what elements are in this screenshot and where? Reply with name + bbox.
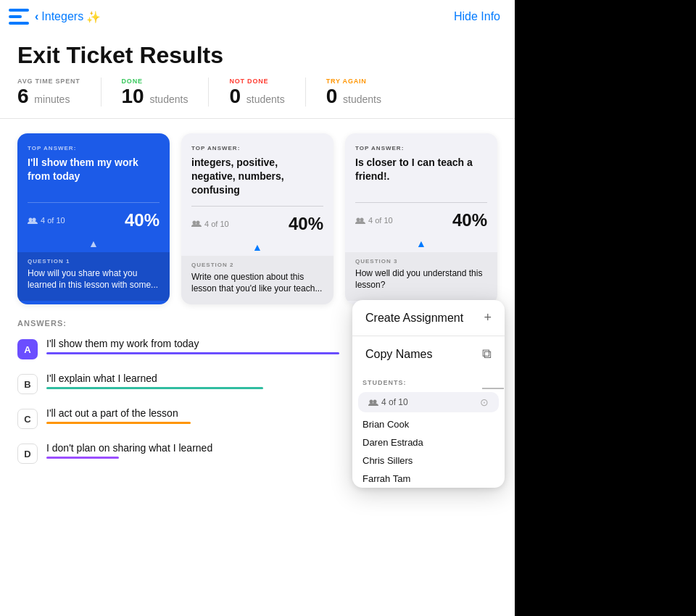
svg-point-5	[360, 217, 364, 221]
svg-point-4	[357, 217, 360, 221]
card-3-bottom: QUESTION 3 How well did you understand t…	[345, 252, 497, 301]
card-2-question-text: Write one question about this lesson tha…	[191, 271, 323, 294]
card-2-question-label: QUESTION 2	[191, 262, 323, 268]
card-1-students: 4 of 10	[28, 216, 65, 225]
stat-not-done-label: NOT DONE	[229, 78, 284, 85]
svg-point-1	[33, 217, 36, 221]
card-1-bottom: QUESTION 1 How will you share what you l…	[17, 252, 170, 301]
card-2-percent: 40%	[289, 214, 323, 234]
chevron-left-icon: ‹	[35, 10, 38, 23]
stat-done: DONE 10 students	[122, 78, 210, 107]
card-1-stats: 4 of 10 40%	[17, 203, 170, 238]
card-3-answer: Is closer to I can teach a friend!.	[355, 156, 487, 193]
card-2-bottom: QUESTION 2 Write one question about this…	[181, 256, 334, 304]
stat-try-again: TRY AGAIN 0 students	[326, 78, 402, 107]
answer-text-b: I'll explain what I learned	[46, 372, 157, 384]
stat-avg-time-value: 6 minutes	[17, 86, 80, 107]
answer-bar-d	[46, 457, 119, 459]
answer-letter-c: C	[17, 409, 38, 429]
stat-done-value: 10 students	[122, 86, 188, 107]
students-panel: STUDENTS: 4 of 10 ⊙ Brian Cook Daren Est…	[352, 372, 505, 488]
answer-bar-b	[46, 387, 263, 389]
card-2-top-label: TOP ANSWER:	[191, 145, 323, 151]
stat-try-again-value: 0 students	[326, 86, 381, 107]
question-card-1[interactable]: TOP ANSWER: I'll show them my work from …	[17, 133, 170, 304]
svg-point-2	[193, 221, 196, 225]
stat-avg-time-unit: minutes	[34, 93, 70, 105]
answer-text-d: I don't plan on sharing what I learned	[46, 442, 212, 454]
card-2-answer: integers, positive, negative, numbers, c…	[191, 156, 323, 197]
stat-avg-time-label: AVG TIME SPENT	[17, 78, 80, 85]
dropdown-popup: Create Assignment + Copy Names ⧉ STUDENT…	[352, 300, 505, 488]
card-1-top-label: TOP ANSWER:	[28, 145, 160, 151]
card-1-question-label: QUESTION 1	[28, 258, 160, 265]
answer-bar-c	[46, 422, 191, 424]
stat-avg-time: AVG TIME SPENT 6 minutes	[17, 78, 102, 107]
question-card-3[interactable]: TOP ANSWER: Is closer to I can teach a f…	[345, 133, 497, 304]
card-2-top: TOP ANSWER: integers, positive, negative…	[181, 133, 334, 206]
card-1-caret: ▲	[17, 238, 170, 252]
students-count-row: 4 of 10 ⊙	[358, 392, 499, 412]
answer-letter-b: B	[17, 374, 38, 394]
copy-names-button[interactable]: Copy Names ⧉	[352, 336, 505, 372]
card-3-question-text: How well did you understand this lesson?	[355, 267, 487, 291]
svg-point-7	[373, 399, 377, 403]
students-count-text: 4 of 10	[368, 397, 408, 407]
answer-letter-a: A	[17, 339, 38, 359]
stat-not-done: NOT DONE 0 students	[229, 78, 305, 107]
svg-point-0	[29, 217, 33, 221]
card-2-caret: ▲	[181, 241, 334, 256]
stat-not-done-unit: students	[246, 93, 285, 105]
copy-names-label: Copy Names	[365, 348, 432, 361]
student-name-4: Farrah Tam	[352, 470, 505, 488]
stat-done-label: DONE	[122, 78, 188, 85]
card-2-stats: 4 of 10 40%	[181, 207, 334, 241]
stats-row: AVG TIME SPENT 6 minutes DONE 10 student…	[0, 78, 515, 119]
students-count-icon	[368, 399, 378, 407]
breadcrumb[interactable]: ‹ Integers ✨	[35, 10, 101, 24]
card-3-question-label: QUESTION 3	[355, 258, 487, 265]
create-assignment-button[interactable]: Create Assignment +	[352, 300, 505, 336]
card-1-top: TOP ANSWER: I'll show them my work from …	[17, 133, 170, 202]
breadcrumb-label[interactable]: Integers	[41, 10, 83, 23]
answer-letter-d: D	[17, 444, 38, 464]
card-2-students: 4 of 10	[191, 220, 229, 228]
student-name-3: Chris Sillers	[352, 451, 505, 470]
student-name-2: Daren Estrada	[352, 433, 505, 451]
students-header-label: STUDENTS:	[352, 372, 505, 389]
card-1-answer: I'll show them my work from today	[28, 156, 160, 193]
connector-line	[482, 388, 504, 389]
header-left: ‹ Integers ✨	[9, 9, 101, 25]
stat-done-unit: students	[149, 93, 188, 105]
answer-text-a: I'll show them my work from today	[46, 338, 199, 349]
plus-icon: +	[484, 310, 492, 325]
stat-try-again-unit: students	[343, 93, 381, 105]
card-1-question-text: How will you share what you learned in t…	[28, 267, 160, 291]
sidebar-toggle-button[interactable]	[9, 9, 29, 25]
sparkle-icon: ✨	[86, 10, 101, 24]
card-3-top: TOP ANSWER: Is closer to I can teach a f…	[345, 133, 497, 202]
cards-section: TOP ANSWER: I'll show them my work from …	[0, 119, 515, 304]
cards-row: TOP ANSWER: I'll show them my work from …	[17, 133, 497, 304]
create-assignment-label: Create Assignment	[365, 312, 463, 325]
students-icon	[28, 217, 38, 225]
page-title: Exit Ticket Results	[0, 30, 515, 78]
copy-icon: ⧉	[482, 346, 492, 362]
students-close-button[interactable]: ⊙	[480, 396, 489, 408]
card-3-students: 4 of 10	[355, 216, 393, 225]
question-card-2[interactable]: TOP ANSWER: integers, positive, negative…	[181, 133, 334, 304]
student-name-1: Brian Cook	[352, 415, 505, 433]
hide-info-button[interactable]: Hide Info	[454, 10, 500, 23]
card-3-percent: 40%	[452, 210, 487, 230]
card-3-top-label: TOP ANSWER:	[355, 145, 487, 151]
card-3-caret: ▲	[345, 238, 497, 252]
card-3-stats: 4 of 10 40%	[345, 203, 497, 238]
students-icon-2	[191, 220, 202, 228]
students-icon-3	[355, 217, 365, 225]
card-1-percent: 40%	[125, 210, 160, 230]
answer-text-c: I'll act out a part of the lesson	[46, 407, 178, 419]
svg-point-3	[196, 221, 200, 225]
stat-not-done-value: 0 students	[229, 86, 284, 107]
answer-bar-a	[46, 352, 339, 354]
header: ‹ Integers ✨ Hide Info	[0, 0, 515, 30]
